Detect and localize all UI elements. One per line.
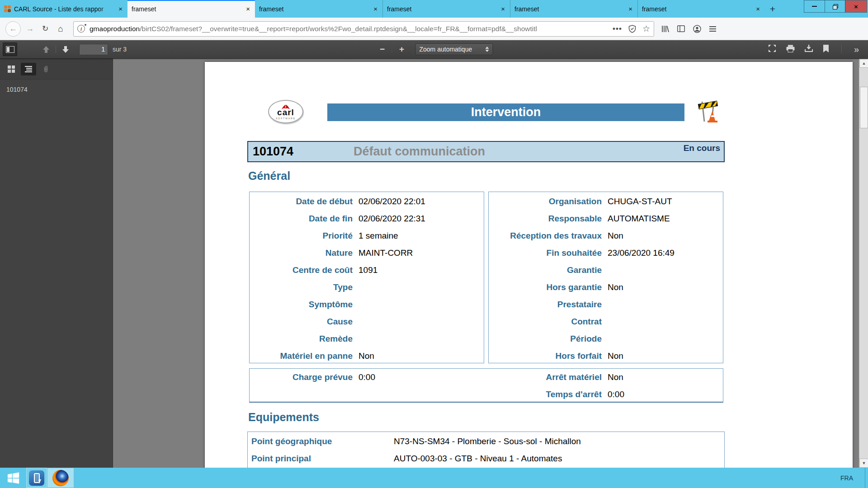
field-label: Charge prévue	[250, 372, 353, 382]
download-button[interactable]	[805, 45, 813, 54]
sidebar-toggle-button[interactable]	[3, 42, 17, 56]
next-page-button[interactable]	[58, 42, 73, 56]
field-row: Contrat	[489, 313, 723, 330]
field-row: Matériel en panne Non	[250, 347, 484, 365]
outline-item-101074[interactable]: 101074	[6, 86, 113, 93]
tab-close-icon[interactable]: ×	[755, 5, 761, 12]
workorder-title: Défaut communication	[354, 145, 485, 159]
field-label: Point principal	[248, 454, 388, 464]
url-path: /birtCS02/frameset?__overwrite=true&__re…	[140, 25, 537, 33]
field-row: Réception des travaux Non	[489, 227, 723, 244]
thumbnails-icon	[8, 66, 15, 73]
field-label: Point géographique	[248, 436, 388, 446]
scrollbar-thumb[interactable]	[860, 87, 868, 128]
field-row: Temps d'arrêt 0:00	[489, 386, 723, 403]
url-text: gmaoproduction/birtCS02/frameset?__overw…	[90, 25, 608, 33]
zoom-out-button[interactable]: −	[375, 42, 390, 56]
library-icon[interactable]	[661, 25, 669, 33]
bookmark-button[interactable]	[823, 45, 829, 54]
sidebar-view-buttons	[0, 59, 113, 80]
back-icon: ←	[9, 24, 17, 33]
zoom-in-button[interactable]: +	[395, 42, 409, 56]
fullscreen-icon	[768, 44, 776, 52]
previous-page-button[interactable]	[39, 42, 53, 56]
page-number-input[interactable]	[79, 44, 108, 55]
tab-close-icon[interactable]: ×	[373, 5, 378, 12]
menu-icon[interactable]	[709, 25, 716, 33]
more-tools-button[interactable]: »	[854, 45, 859, 54]
tab-frameset-active[interactable]: frameset ×	[127, 0, 255, 18]
new-tab-button[interactable]: +	[765, 0, 780, 18]
firefox-icon	[52, 470, 69, 486]
vertical-scrollbar[interactable]: ▲ ▼	[859, 59, 868, 468]
forward-button[interactable]: →	[24, 23, 36, 35]
tab-title: frameset	[259, 5, 373, 13]
field-label: Remède	[250, 334, 353, 344]
summary-right-column: Arrêt matériel Non Temps d'arrêt 0:00	[489, 369, 723, 402]
pdf-toolbar-right: »	[768, 44, 868, 54]
equipment-box: Point géographique N73-NS-SM34 - Plomber…	[247, 432, 725, 468]
tab-close-icon[interactable]: ×	[627, 5, 633, 12]
show-desktop-button[interactable]	[865, 468, 868, 488]
tab-close-icon[interactable]: ×	[500, 5, 506, 12]
field-row: Centre de coût 1091	[250, 262, 484, 279]
reload-button[interactable]: ↻	[39, 23, 52, 35]
field-value: 1091	[359, 265, 377, 275]
taskbar-app-button[interactable]	[26, 468, 47, 488]
tab-frameset-5[interactable]: frameset ×	[637, 0, 765, 18]
window-close-button[interactable]: ×	[845, 0, 867, 12]
field-value: AUTOMATISME	[608, 214, 670, 224]
field-label: Priorité	[250, 231, 353, 241]
field-value: N73-NS-SM34 - Plomberie - Sous-sol - Mic…	[394, 436, 581, 446]
tab-title: frameset	[642, 5, 755, 13]
download-icon	[805, 45, 813, 52]
taskbar-firefox-button[interactable]	[47, 468, 74, 488]
tab-close-icon[interactable]: ×	[118, 5, 123, 12]
window-minimize-button[interactable]	[804, 0, 825, 12]
browser-navbar: ← → ↻ ⌂ i gmaoproduction/birtCS02/frames…	[0, 18, 868, 40]
carl-logo: carl SOFTWARE	[268, 100, 303, 123]
report-banner: Intervention	[327, 103, 684, 121]
screen: CARL Source - Liste des rappor × framese…	[0, 0, 868, 488]
start-button[interactable]	[0, 468, 26, 488]
scroll-down-arrow[interactable]: ▼	[859, 459, 868, 468]
tab-carl-source[interactable]: CARL Source - Liste des rappor ×	[0, 0, 127, 18]
page-actions-icon[interactable]: •••	[613, 24, 622, 33]
thumbnails-view-button[interactable]	[4, 63, 19, 75]
presentation-mode-button[interactable]	[768, 44, 776, 54]
url-bar[interactable]: i gmaoproduction/birtCS02/frameset?__ove…	[73, 21, 654, 37]
field-label: Période	[489, 334, 602, 344]
field-row: Organisation CHUGA-ST-AUT	[489, 193, 723, 210]
outline-view-button[interactable]	[21, 63, 36, 75]
field-row: Remède	[250, 330, 484, 347]
sidebars-icon[interactable]	[677, 25, 685, 32]
home-button[interactable]: ⌂	[54, 23, 67, 35]
general-left-box: Date de début 02/06/2020 22:01 Date de f…	[249, 192, 484, 363]
urlbar-actions: ••• ☆	[613, 23, 650, 34]
tab-frameset-4[interactable]: frameset ×	[510, 0, 637, 18]
section-heading-general: Général	[248, 169, 290, 183]
field-value: 0:00	[608, 389, 624, 399]
toolbar-separator	[56, 45, 56, 53]
site-info-icon[interactable]: i	[77, 25, 85, 33]
account-icon[interactable]	[693, 25, 701, 33]
pdf-viewer: carl SOFTWARE Intervention	[113, 59, 868, 468]
zoom-select[interactable]: Zoom automatique	[415, 43, 493, 55]
print-button[interactable]	[786, 45, 795, 54]
language-indicator[interactable]: FRA	[829, 468, 865, 488]
window-restore-button[interactable]	[825, 0, 845, 12]
tab-close-icon[interactable]: ×	[245, 5, 251, 12]
tab-frameset-2[interactable]: frameset ×	[255, 0, 382, 18]
reload-icon: ↻	[42, 24, 48, 33]
back-button[interactable]: ←	[5, 21, 21, 37]
tab-frameset-3[interactable]: frameset ×	[382, 0, 510, 18]
shield-icon[interactable]	[628, 25, 636, 33]
field-value: Non	[608, 231, 623, 241]
tab-title: CARL Source - Liste des rappor	[14, 5, 118, 13]
home-icon: ⌂	[58, 24, 63, 34]
attachments-view-button[interactable]	[38, 63, 53, 75]
bookmark-star-icon[interactable]: ☆	[642, 23, 650, 34]
scroll-up-arrow[interactable]: ▲	[859, 59, 868, 68]
field-value: AUTO-003-03 - GTB - Niveau 1 - Automates	[394, 454, 562, 464]
zoom-controls: − + Zoom automatique	[375, 42, 493, 56]
